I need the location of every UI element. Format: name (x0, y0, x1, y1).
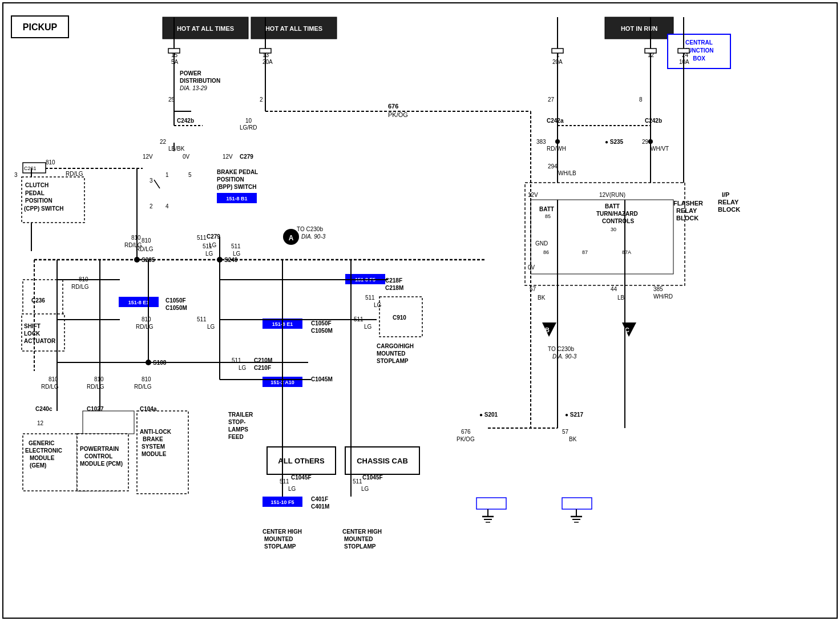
svg-text:151-8 B1: 151-8 B1 (226, 196, 247, 201)
svg-text:PEDAL: PEDAL (25, 190, 45, 196)
svg-text:LB: LB (617, 295, 625, 301)
svg-text:RELAY: RELAY (718, 199, 739, 205)
svg-text:10A: 10A (679, 59, 689, 65)
svg-text:BATT: BATT (539, 206, 554, 212)
svg-text:ANTI-LOCK: ANTI-LOCK (140, 429, 172, 435)
svg-text:CLUTCH: CLUTCH (25, 182, 49, 188)
svg-text:C401M: C401M (311, 503, 329, 510)
svg-text:CENTER HIGH: CENTER HIGH (342, 529, 382, 535)
svg-text:C242a: C242a (547, 118, 564, 124)
svg-text:DISTRIBUTION: DISTRIBUTION (180, 78, 220, 84)
svg-text:5A: 5A (171, 59, 179, 65)
svg-text:MODULE (PCM): MODULE (PCM) (80, 461, 123, 467)
svg-text:85: 85 (545, 213, 551, 219)
svg-text:(GEM): (GEM) (30, 462, 46, 469)
svg-text:C218F: C218F (385, 277, 402, 284)
svg-text:RD/LG: RD/LG (134, 384, 152, 390)
svg-text:C236: C236 (31, 297, 45, 304)
svg-text:151-10 F5: 151-10 F5 (270, 499, 294, 505)
svg-text:FLASHER: FLASHER (673, 200, 703, 207)
svg-text:RD/LG: RD/LG (87, 384, 104, 390)
svg-text:C1050F: C1050F (311, 320, 332, 326)
svg-text:383: 383 (536, 139, 546, 145)
svg-text:511: 511 (365, 295, 375, 301)
svg-text:CENTRAL: CENTRAL (685, 39, 713, 46)
svg-text:C242b: C242b (177, 118, 194, 124)
svg-text:511: 511 (353, 478, 362, 485)
svg-text:LG: LG (205, 251, 213, 257)
svg-text:MOUNTED: MOUNTED (264, 536, 293, 542)
svg-text:C1045M: C1045M (311, 376, 333, 382)
svg-text:CONTROLS: CONTROLS (602, 218, 634, 224)
svg-text:12V: 12V (528, 192, 538, 198)
svg-text:27: 27 (548, 96, 555, 103)
svg-text:810: 810 (142, 316, 151, 322)
svg-text:LG: LG (207, 324, 215, 330)
svg-text:C: C (625, 326, 629, 333)
svg-text:12V: 12V (223, 154, 233, 160)
svg-text:385: 385 (653, 286, 663, 292)
svg-rect-16 (168, 49, 180, 53)
svg-text:HOT IN RUN: HOT IN RUN (621, 25, 657, 32)
svg-text:MODULE: MODULE (30, 455, 55, 461)
svg-text:RD/LG: RD/LG (71, 284, 89, 290)
svg-text:86: 86 (543, 249, 549, 255)
svg-text:RD/LG: RD/LG (136, 246, 154, 252)
svg-text:SHIFT: SHIFT (24, 323, 41, 329)
svg-text:GND: GND (535, 240, 548, 247)
svg-text:57: 57 (562, 429, 569, 435)
svg-text:5: 5 (188, 172, 192, 178)
svg-text:GENERIC: GENERIC (29, 440, 55, 446)
svg-text:DIA. 90-3: DIA. 90-3 (301, 233, 326, 240)
svg-text:C279: C279 (240, 154, 253, 160)
svg-text:C910: C910 (393, 314, 406, 321)
svg-text:3: 3 (14, 172, 18, 178)
svg-text:676: 676 (461, 429, 471, 435)
svg-text:151-8 E1: 151-8 E1 (128, 300, 150, 305)
svg-text:I/P: I/P (722, 191, 729, 198)
svg-text:MOUNTED: MOUNTED (344, 536, 373, 542)
svg-text:LAMPS: LAMPS (228, 426, 248, 433)
svg-text:ELECTRONIC: ELECTRONIC (25, 447, 62, 454)
svg-text:● S235: ● S235 (605, 139, 624, 145)
svg-text:511: 511 (280, 478, 289, 485)
svg-text:PICKUP: PICKUP (23, 22, 58, 32)
svg-text:810: 810 (142, 376, 151, 382)
svg-text:LB/BK: LB/BK (168, 146, 185, 152)
svg-text:87: 87 (582, 249, 588, 255)
svg-rect-47 (552, 49, 563, 53)
svg-text:87A: 87A (622, 249, 631, 255)
svg-text:TO C230b: TO C230b (548, 346, 574, 352)
svg-text:TRAILER: TRAILER (228, 412, 253, 418)
svg-rect-52 (645, 49, 656, 53)
svg-text:BK: BK (538, 295, 546, 301)
svg-text:● S217: ● S217 (565, 412, 584, 418)
svg-text:C218M: C218M (385, 285, 403, 291)
svg-text:2: 2 (150, 203, 153, 209)
svg-text:C279: C279 (207, 233, 220, 240)
svg-text:22: 22 (160, 139, 167, 145)
svg-text:BK: BK (569, 436, 577, 442)
svg-text:CENTER HIGH: CENTER HIGH (262, 529, 302, 535)
svg-text:(CPP) SWITCH: (CPP) SWITCH (24, 205, 63, 212)
svg-text:A: A (289, 234, 294, 242)
svg-text:BOX: BOX (693, 55, 705, 62)
svg-text:C242b: C242b (645, 118, 662, 124)
svg-text:810: 810 (94, 376, 104, 382)
svg-text:HOT AT ALL TIMES: HOT AT ALL TIMES (265, 25, 322, 32)
svg-text:4: 4 (165, 203, 169, 209)
svg-text:8: 8 (639, 96, 643, 103)
svg-text:PK/OG: PK/OG (457, 436, 475, 442)
svg-rect-239 (83, 411, 134, 434)
svg-text:511: 511 (203, 243, 212, 249)
svg-text:10: 10 (245, 118, 252, 124)
svg-text:511: 511 (197, 316, 207, 322)
svg-text:RD/LG: RD/LG (136, 324, 154, 330)
svg-text:(BPP) SWITCH: (BPP) SWITCH (217, 184, 256, 190)
svg-text:BRAKE: BRAKE (143, 436, 163, 442)
svg-text:1: 1 (165, 172, 169, 178)
svg-text:CONTROL: CONTROL (84, 453, 112, 459)
svg-text:WH/RD: WH/RD (653, 293, 673, 300)
svg-text:STOPLAMP: STOPLAMP (264, 543, 296, 550)
svg-text:STOP-: STOP- (228, 419, 245, 425)
